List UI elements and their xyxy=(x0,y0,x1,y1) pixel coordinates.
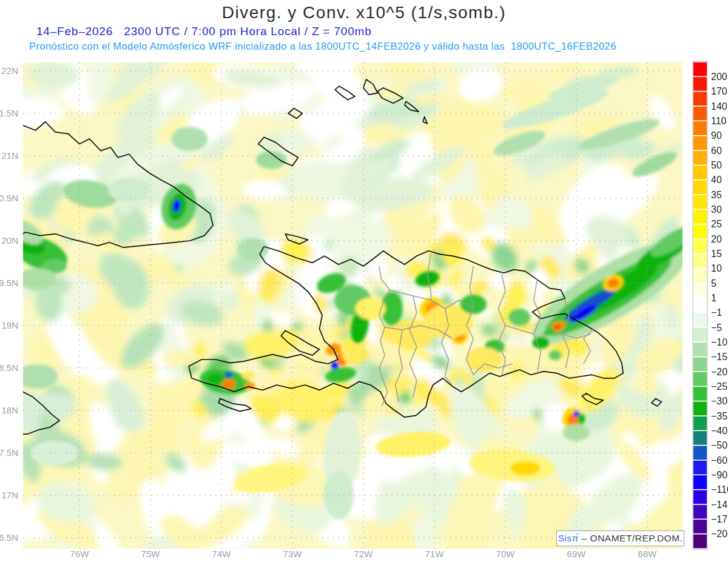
colorbar-cell xyxy=(693,313,707,327)
colorbar-cell xyxy=(693,107,707,121)
lon-axis-labels: 76W75W74W73W72W71W70W69W68W xyxy=(70,549,658,559)
lon-label: 70W xyxy=(496,549,516,559)
hotspot xyxy=(242,372,255,380)
lat-label: 17N xyxy=(1,490,18,500)
lon-label: 75W xyxy=(141,549,161,559)
colorbar-cell xyxy=(693,505,707,519)
colorbar-label: 20 xyxy=(711,234,722,244)
lat-label: 20N xyxy=(1,235,18,246)
colorbar-label: 25 xyxy=(711,219,722,229)
colorbar-label: 50 xyxy=(711,160,722,170)
hotspot xyxy=(16,364,58,389)
colorbar-label: −110 xyxy=(711,484,728,495)
hotspot xyxy=(460,295,487,314)
colorbar-label: 200 xyxy=(711,72,727,82)
colorbar-label: −40 xyxy=(711,426,727,436)
lon-label: 72W xyxy=(354,549,374,559)
lat-label: 7.5N xyxy=(0,447,18,458)
colorbar-cell xyxy=(693,121,707,135)
colorbar-cell xyxy=(693,431,707,445)
colorbar-cell xyxy=(693,254,707,268)
colorbar-cell xyxy=(693,166,707,179)
colorbar-cell xyxy=(693,402,707,416)
hotspot xyxy=(224,372,233,378)
colorbar-label: −140 xyxy=(711,500,728,510)
colorbar-label: −1 xyxy=(711,307,722,318)
hotspot xyxy=(563,424,590,441)
colorbar-cell xyxy=(693,239,707,253)
colorbar-label: 90 xyxy=(711,130,722,141)
colorbar-label: −90 xyxy=(711,470,727,480)
colorbar-cell xyxy=(693,475,707,489)
lat-label: 8.5N xyxy=(0,363,18,373)
colorbar-cell xyxy=(693,92,707,106)
hotspot xyxy=(510,461,541,475)
colorbar-cell xyxy=(693,520,707,534)
colorbar-label: −20 xyxy=(711,367,727,377)
lon-label: 68W xyxy=(638,549,658,559)
lat-axis-labels: 22N1.5N21N0.5N20N9.5N19N8.5N18N7.5N17N6.… xyxy=(0,65,18,543)
colorbar-label: 15 xyxy=(711,249,722,259)
colorbar-cell xyxy=(693,372,707,386)
lat-label: 6.5N xyxy=(0,532,18,543)
colorbar-label: −35 xyxy=(711,411,727,421)
weather-map-screen: Diverg. y Conv. x10^5 (1/s,somb.) 14–Feb… xyxy=(0,0,728,562)
colorbar-label: −5 xyxy=(711,323,722,333)
colorbar-cell xyxy=(693,461,707,475)
lat-label: 9.5N xyxy=(0,278,18,288)
colorbar-label: 110 xyxy=(711,116,727,126)
hotspot xyxy=(342,345,368,364)
colorbar-cell xyxy=(693,328,707,342)
hotspot xyxy=(508,309,530,326)
colorbar-label: 60 xyxy=(711,146,722,156)
hotspot xyxy=(549,350,561,360)
colorbar-cell xyxy=(693,298,707,312)
colorbar-cell xyxy=(693,136,707,150)
page: { "header": { "title": "Diverg. y Conv. … xyxy=(0,0,728,562)
colorbar-label: −50 xyxy=(711,440,727,450)
colorbar-label: 5 xyxy=(711,278,716,289)
colorbar-cell xyxy=(693,387,707,401)
lat-label: 19N xyxy=(1,320,18,330)
colorbar-cell xyxy=(693,343,707,356)
colorbar-label: 170 xyxy=(711,86,727,96)
hotspot xyxy=(18,268,56,290)
lon-label: 74W xyxy=(212,549,232,559)
lat-label: 21N xyxy=(1,150,18,161)
colorbar-label: −25 xyxy=(711,381,727,392)
lat-label: 0.5N xyxy=(0,193,18,203)
lon-label: 69W xyxy=(567,549,587,559)
colorbar-cell xyxy=(693,535,707,549)
hotspot xyxy=(171,127,207,151)
colorbar-label: −170 xyxy=(711,514,728,524)
colorbar-label: −10 xyxy=(711,337,727,347)
lat-label: 18N xyxy=(1,405,18,415)
lat-label: 22N xyxy=(1,65,18,76)
colorbar-cell xyxy=(693,151,707,165)
hotspot xyxy=(392,319,434,349)
colorbar-cell xyxy=(693,210,707,224)
lat-label: 1.5N xyxy=(0,108,18,118)
colorbar-cell xyxy=(693,358,707,372)
colorbar-label: −200 xyxy=(711,529,728,539)
colorbar-label: −15 xyxy=(711,352,727,362)
colorbar-label: −60 xyxy=(711,455,727,466)
colorbar-label: 1 xyxy=(711,293,716,303)
attribution-box: Sisπ́ – ONAMET/REP.DOM. xyxy=(556,530,684,546)
lon-label: 71W xyxy=(425,549,445,559)
colorbar-cell xyxy=(693,77,707,91)
attribution-text: – ONAMET/REP.DOM. xyxy=(579,533,683,543)
colorbar-cell xyxy=(693,269,707,283)
colorbar-cell xyxy=(693,195,707,209)
colorbar-label: 40 xyxy=(711,175,722,185)
hotspot xyxy=(238,238,269,260)
colorbar-cell xyxy=(693,416,707,430)
colorbar-cell xyxy=(693,181,707,195)
colorbar-cell xyxy=(693,284,707,298)
hotspot xyxy=(578,413,585,424)
colorbar-legend: 2001701401109060504035302520151051−1−5−1… xyxy=(693,61,728,549)
attribution-brand: Sisπ́ xyxy=(558,533,579,543)
colorbar-label: −30 xyxy=(711,396,727,406)
colorbar-cell xyxy=(693,62,707,76)
colorbar-cell xyxy=(693,490,707,504)
